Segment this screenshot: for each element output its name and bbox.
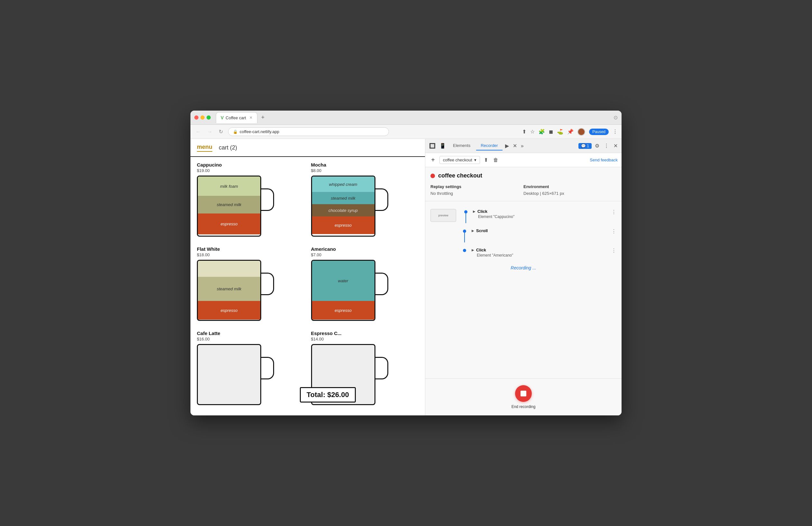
environment-value: Desktop | 625×671 px — [523, 191, 617, 196]
step-preview: preview — [431, 209, 456, 222]
layer-espresso: espresso — [198, 301, 260, 319]
layer-milk-foam: milk foam — [198, 177, 260, 196]
coffee-item-americano[interactable]: Americano $7.00 water espresso — [311, 246, 419, 324]
tab-title: Coffee cart — [226, 116, 246, 120]
coffee-app: menu cart (2) Cappucino $19.00 milk foam… — [190, 139, 425, 416]
record-dot — [431, 174, 435, 178]
stop-recording-button[interactable] — [515, 385, 532, 402]
total-bar: Total: $26.00 — [300, 387, 356, 403]
coffee-grid: Cappucino $19.00 milk foam steamed milk … — [197, 162, 419, 408]
coffee-item-mocha[interactable]: Mocha $8.00 whipped cream steamed milk c… — [311, 162, 419, 240]
maximize-window-button[interactable] — [206, 116, 211, 120]
replay-settings: Replay settings No throttling Environmen… — [425, 182, 622, 201]
step-menu-icon[interactable]: ⋮ — [611, 209, 617, 215]
new-tab-button[interactable]: + — [259, 113, 267, 122]
url-text: coffee-cart.netlify.app — [240, 129, 279, 134]
minimize-window-button[interactable] — [200, 116, 205, 120]
coffee-item-cappucino[interactable]: Cappucino $19.00 milk foam steamed milk … — [197, 162, 305, 240]
back-button[interactable]: ← — [194, 127, 202, 136]
replay-settings-left: Replay settings No throttling — [431, 184, 523, 196]
step-dot — [463, 229, 466, 233]
mug-cafelatte — [197, 344, 274, 408]
recording-actions: ⬆ 🗑 — [482, 155, 499, 164]
tab-elements[interactable]: Elements — [448, 141, 475, 150]
mug-body: steamed milk espresso — [197, 260, 261, 321]
step-item-click-cappucino[interactable]: preview ▶ Click Element "Cappucino" ⋮ — [425, 207, 622, 226]
address-bar: ← → ↻ 🔒 coffee-cart.netlify.app ⬆ ☆ 🧩 ◼ … — [190, 125, 622, 139]
layer-steamed-milk: steamed milk — [312, 192, 375, 204]
mug-body — [197, 344, 261, 405]
tab-recorder[interactable]: Recorder — [476, 141, 502, 150]
main-area: menu cart (2) Cappucino $19.00 milk foam… — [190, 139, 622, 416]
coffee-item-flatwhite[interactable]: Flat White $18.00 steamed milk espresso — [197, 246, 305, 324]
coffee-price: $14.00 — [311, 336, 419, 342]
step-header: ▶ Scroll — [472, 228, 607, 233]
inspector-icon[interactable]: 🔲 — [428, 141, 437, 150]
devtools-icon[interactable]: ◼ — [549, 129, 553, 135]
paused-label: Paused — [592, 130, 606, 134]
step-type: Click — [477, 209, 488, 214]
step-menu-icon[interactable]: ⋮ — [611, 247, 617, 254]
forward-button[interactable]: → — [206, 127, 214, 136]
cart-nav-item[interactable]: cart (2) — [219, 144, 237, 151]
replay-settings-label: Replay settings — [431, 184, 523, 189]
add-recording-button[interactable]: + — [429, 155, 437, 164]
mug-handle — [375, 273, 388, 295]
step-connector — [464, 233, 465, 242]
profile-icon[interactable]: ⛳ — [557, 129, 563, 135]
coffee-price: $7.00 — [311, 252, 419, 257]
send-feedback-link[interactable]: Send feedback — [590, 157, 618, 162]
close-window-button[interactable] — [194, 116, 199, 120]
mug-handle — [261, 357, 274, 379]
step-content: ▶ Scroll — [472, 228, 607, 233]
close-devtools-icon[interactable]: ✕ — [612, 141, 619, 150]
recording-select[interactable]: coffee checkout ▾ — [439, 156, 480, 164]
step-expand-icon[interactable]: ▶ — [472, 248, 474, 252]
step-item-click-americano[interactable]: ▶ Click Element "Americano" ⋮ — [425, 245, 622, 260]
step-expand-icon[interactable]: ▶ — [473, 210, 476, 213]
step-content: ▶ Click Element "Cappucino" — [473, 209, 607, 219]
app-nav: menu cart (2) — [190, 139, 425, 157]
more-tabs-icon[interactable]: » — [520, 142, 525, 150]
more-options-icon[interactable]: ⋮ — [603, 141, 610, 150]
menu-icon[interactable]: ⋮ — [612, 129, 618, 135]
coffee-price: $8.00 — [311, 168, 419, 173]
throttling-value: No throttling — [431, 191, 523, 196]
close-recorder-icon[interactable]: ✕ — [511, 141, 518, 150]
bookmark-icon[interactable]: ☆ — [530, 129, 535, 135]
coffee-name: Mocha — [311, 162, 419, 167]
export-icon[interactable]: ⬆ — [482, 155, 489, 164]
address-icons: ⬆ ☆ 🧩 ◼ ⛳ 📌 Paused ⋮ — [522, 128, 618, 136]
delete-icon[interactable]: 🗑 — [492, 156, 499, 164]
chat-badge[interactable]: 💬 1 — [578, 143, 592, 149]
chat-count: 1 — [587, 144, 589, 148]
step-menu-icon[interactable]: ⋮ — [611, 228, 617, 235]
paused-badge[interactable]: Paused — [589, 129, 609, 135]
tab-close-button[interactable]: ✕ — [249, 116, 252, 120]
reload-button[interactable]: ↻ — [217, 127, 224, 136]
share-icon[interactable]: ⬆ — [522, 129, 526, 135]
replay-settings-right: Environment Desktop | 625×671 px — [523, 184, 617, 196]
layer-top — [198, 261, 260, 277]
coffee-name: Cafe Latte — [197, 331, 305, 336]
layer-chocolate-syrup: chocolate syrup — [312, 204, 375, 216]
tab-bar: V Coffee cart ✕ + — [216, 112, 611, 123]
step-expand-icon[interactable]: ▶ — [472, 229, 474, 232]
step-line — [461, 247, 468, 252]
extensions-icon[interactable]: 🧩 — [538, 129, 545, 135]
settings-icon[interactable]: ⚙ — [594, 141, 600, 150]
layer-whipped-cream: whipped cream — [312, 177, 375, 192]
url-bar[interactable]: 🔒 coffee-cart.netlify.app — [228, 127, 389, 136]
step-item-scroll[interactable]: ▶ Scroll ⋮ — [425, 226, 622, 245]
coffee-item-cafelatte[interactable]: Cafe Latte $16.00 — [197, 331, 305, 408]
pin-icon[interactable]: 📌 — [567, 129, 574, 135]
device-icon[interactable]: 📱 — [438, 141, 447, 150]
mug-body: milk foam steamed milk espresso — [197, 176, 261, 237]
step-line — [461, 228, 468, 242]
active-tab[interactable]: V Coffee cart ✕ — [216, 112, 257, 123]
avatar[interactable] — [578, 128, 585, 136]
menu-nav-item[interactable]: menu — [197, 144, 212, 152]
steps-area: preview ▶ Click Element "Cappucino" ⋮ — [425, 204, 622, 378]
step-type: Scroll — [476, 228, 488, 233]
mug-americano: water espresso — [311, 260, 388, 324]
